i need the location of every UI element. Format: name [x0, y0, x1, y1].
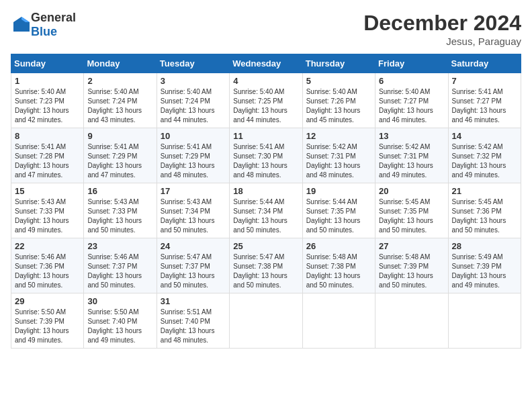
location-title: Jesus, Paraguay — [363, 36, 521, 47]
calendar-cell: 2 Sunrise: 5:40 AM Sunset: 7:24 PM Dayli… — [84, 73, 157, 128]
calendar-cell — [375, 293, 448, 349]
day-number: 3 — [161, 76, 226, 86]
calendar-cell: 22 Sunrise: 5:46 AM Sunset: 7:36 PM Dayl… — [11, 238, 84, 293]
day-info: Sunrise: 5:40 AM Sunset: 7:24 PM Dayligh… — [161, 87, 226, 125]
calendar-cell: 17 Sunrise: 5:43 AM Sunset: 7:34 PM Dayl… — [157, 183, 229, 238]
day-info: Sunrise: 5:42 AM Sunset: 7:31 PM Dayligh… — [306, 142, 371, 180]
day-info: Sunrise: 5:51 AM Sunset: 7:40 PM Dayligh… — [161, 308, 226, 345]
calendar-cell: 1 Sunrise: 5:40 AM Sunset: 7:23 PM Dayli… — [11, 73, 84, 128]
calendar-cell: 9 Sunrise: 5:41 AM Sunset: 7:29 PM Dayli… — [84, 128, 157, 183]
day-number: 11 — [233, 131, 298, 141]
day-number: 1 — [15, 76, 80, 86]
calendar-cell: 28 Sunrise: 5:49 AM Sunset: 7:39 PM Dayl… — [448, 238, 521, 293]
day-number: 9 — [87, 131, 152, 141]
calendar-cell: 31 Sunrise: 5:51 AM Sunset: 7:40 PM Dayl… — [157, 293, 229, 349]
calendar-cell: 19 Sunrise: 5:44 AM Sunset: 7:35 PM Dayl… — [302, 183, 375, 238]
day-info: Sunrise: 5:47 AM Sunset: 7:37 PM Dayligh… — [161, 253, 226, 290]
calendar-cell: 3 Sunrise: 5:40 AM Sunset: 7:24 PM Dayli… — [157, 73, 229, 128]
day-info: Sunrise: 5:48 AM Sunset: 7:39 PM Dayligh… — [379, 253, 444, 290]
day-info: Sunrise: 5:49 AM Sunset: 7:39 PM Dayligh… — [452, 253, 517, 290]
day-number: 29 — [15, 296, 80, 306]
calendar-cell: 14 Sunrise: 5:42 AM Sunset: 7:32 PM Dayl… — [448, 128, 521, 183]
day-info: Sunrise: 5:43 AM Sunset: 7:33 PM Dayligh… — [15, 197, 80, 235]
calendar-cell: 25 Sunrise: 5:47 AM Sunset: 7:38 PM Dayl… — [230, 238, 302, 293]
day-info: Sunrise: 5:50 AM Sunset: 7:39 PM Dayligh… — [15, 308, 80, 345]
day-info: Sunrise: 5:40 AM Sunset: 7:24 PM Dayligh… — [87, 87, 152, 125]
calendar-cell: 7 Sunrise: 5:41 AM Sunset: 7:27 PM Dayli… — [448, 73, 521, 128]
day-info: Sunrise: 5:45 AM Sunset: 7:36 PM Dayligh… — [452, 197, 517, 235]
weekday-header-row: SundayMondayTuesdayWednesdayThursdayFrid… — [11, 54, 521, 73]
day-number: 8 — [15, 131, 80, 141]
logo-blue-text: Blue — [31, 25, 57, 38]
weekday-header-sunday: Sunday — [11, 54, 84, 73]
day-number: 31 — [161, 296, 226, 306]
day-number: 13 — [379, 131, 444, 141]
title-area: December 2024 Jesus, Paraguay — [363, 11, 521, 47]
day-number: 15 — [15, 186, 80, 196]
calendar-cell: 24 Sunrise: 5:47 AM Sunset: 7:37 PM Dayl… — [157, 238, 229, 293]
calendar-cell: 27 Sunrise: 5:48 AM Sunset: 7:39 PM Dayl… — [375, 238, 448, 293]
weekday-header-saturday: Saturday — [448, 54, 521, 73]
calendar-cell: 16 Sunrise: 5:43 AM Sunset: 7:33 PM Dayl… — [84, 183, 157, 238]
week-row-3: 15 Sunrise: 5:43 AM Sunset: 7:33 PM Dayl… — [11, 183, 521, 238]
day-number: 12 — [306, 131, 371, 141]
day-number: 20 — [379, 186, 444, 196]
calendar-cell: 30 Sunrise: 5:50 AM Sunset: 7:40 PM Dayl… — [84, 293, 157, 349]
day-info: Sunrise: 5:42 AM Sunset: 7:32 PM Dayligh… — [452, 142, 517, 180]
calendar-cell — [302, 293, 375, 349]
day-number: 23 — [87, 241, 152, 251]
day-info: Sunrise: 5:41 AM Sunset: 7:29 PM Dayligh… — [161, 142, 226, 180]
day-info: Sunrise: 5:45 AM Sunset: 7:35 PM Dayligh… — [379, 197, 444, 235]
day-number: 6 — [379, 76, 444, 86]
day-number: 24 — [161, 241, 226, 251]
calendar-cell: 23 Sunrise: 5:46 AM Sunset: 7:37 PM Dayl… — [84, 238, 157, 293]
calendar-cell: 20 Sunrise: 5:45 AM Sunset: 7:35 PM Dayl… — [375, 183, 448, 238]
calendar-cell: 15 Sunrise: 5:43 AM Sunset: 7:33 PM Dayl… — [11, 183, 84, 238]
weekday-header-friday: Friday — [375, 54, 448, 73]
day-number: 19 — [306, 186, 371, 196]
day-info: Sunrise: 5:43 AM Sunset: 7:33 PM Dayligh… — [87, 197, 152, 235]
day-number: 30 — [87, 296, 152, 306]
day-number: 4 — [233, 76, 298, 86]
day-number: 17 — [161, 186, 226, 196]
day-info: Sunrise: 5:41 AM Sunset: 7:29 PM Dayligh… — [87, 142, 152, 180]
calendar-cell: 26 Sunrise: 5:48 AM Sunset: 7:38 PM Dayl… — [302, 238, 375, 293]
day-info: Sunrise: 5:48 AM Sunset: 7:38 PM Dayligh… — [306, 253, 371, 290]
week-row-1: 1 Sunrise: 5:40 AM Sunset: 7:23 PM Dayli… — [11, 73, 521, 128]
week-row-4: 22 Sunrise: 5:46 AM Sunset: 7:36 PM Dayl… — [11, 238, 521, 293]
calendar-cell: 6 Sunrise: 5:40 AM Sunset: 7:27 PM Dayli… — [375, 73, 448, 128]
calendar-cell — [448, 293, 521, 349]
day-number: 10 — [161, 131, 226, 141]
day-info: Sunrise: 5:44 AM Sunset: 7:34 PM Dayligh… — [233, 197, 298, 235]
day-info: Sunrise: 5:41 AM Sunset: 7:30 PM Dayligh… — [233, 142, 298, 180]
weekday-header-thursday: Thursday — [302, 54, 375, 73]
day-info: Sunrise: 5:42 AM Sunset: 7:31 PM Dayligh… — [379, 142, 444, 180]
day-number: 22 — [15, 241, 80, 251]
day-info: Sunrise: 5:40 AM Sunset: 7:26 PM Dayligh… — [306, 87, 371, 125]
day-info: Sunrise: 5:41 AM Sunset: 7:27 PM Dayligh… — [452, 87, 517, 125]
calendar-cell: 12 Sunrise: 5:42 AM Sunset: 7:31 PM Dayl… — [302, 128, 375, 183]
day-number: 21 — [452, 186, 517, 196]
day-number: 14 — [452, 131, 517, 141]
day-number: 26 — [306, 241, 371, 251]
day-info: Sunrise: 5:43 AM Sunset: 7:34 PM Dayligh… — [161, 197, 226, 235]
weekday-header-wednesday: Wednesday — [230, 54, 302, 73]
day-info: Sunrise: 5:44 AM Sunset: 7:35 PM Dayligh… — [306, 197, 371, 235]
day-info: Sunrise: 5:40 AM Sunset: 7:25 PM Dayligh… — [233, 87, 298, 125]
day-number: 7 — [452, 76, 517, 86]
calendar-cell: 8 Sunrise: 5:41 AM Sunset: 7:28 PM Dayli… — [11, 128, 84, 183]
calendar-cell: 5 Sunrise: 5:40 AM Sunset: 7:26 PM Dayli… — [302, 73, 375, 128]
day-number: 16 — [87, 186, 152, 196]
calendar-cell: 21 Sunrise: 5:45 AM Sunset: 7:36 PM Dayl… — [448, 183, 521, 238]
day-info: Sunrise: 5:47 AM Sunset: 7:38 PM Dayligh… — [233, 253, 298, 290]
day-info: Sunrise: 5:41 AM Sunset: 7:28 PM Dayligh… — [15, 142, 80, 180]
day-number: 25 — [233, 241, 298, 251]
day-info: Sunrise: 5:40 AM Sunset: 7:23 PM Dayligh… — [15, 87, 80, 125]
logo-general-text: General — [31, 11, 76, 24]
day-number: 27 — [379, 241, 444, 251]
calendar-cell: 10 Sunrise: 5:41 AM Sunset: 7:29 PM Dayl… — [157, 128, 229, 183]
calendar-cell: 18 Sunrise: 5:44 AM Sunset: 7:34 PM Dayl… — [230, 183, 302, 238]
calendar-cell: 29 Sunrise: 5:50 AM Sunset: 7:39 PM Dayl… — [11, 293, 84, 349]
day-info: Sunrise: 5:46 AM Sunset: 7:37 PM Dayligh… — [87, 253, 152, 290]
day-info: Sunrise: 5:46 AM Sunset: 7:36 PM Dayligh… — [15, 253, 80, 290]
